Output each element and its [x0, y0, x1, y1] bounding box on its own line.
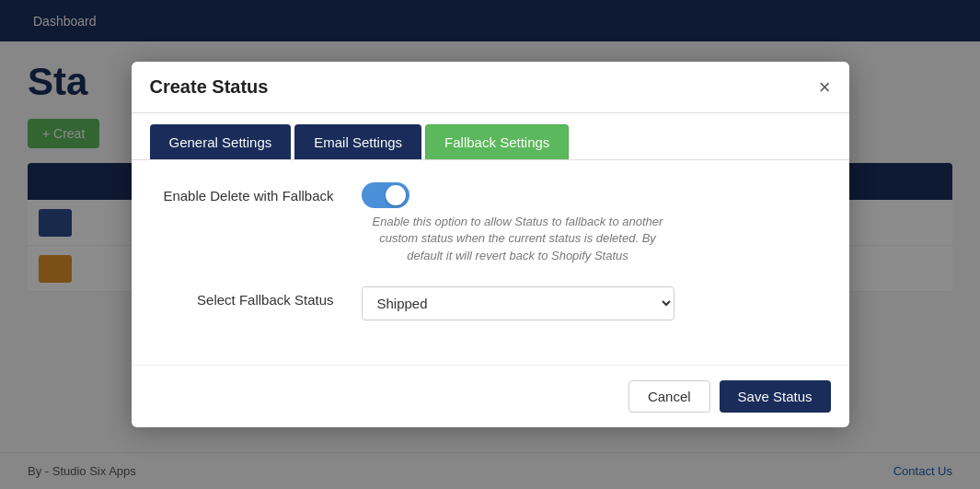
enable-delete-control: Enable this option to allow Status to fa…	[362, 182, 831, 264]
modal-tabs: General Settings Email Settings Fallback…	[132, 113, 849, 160]
tab-general-settings[interactable]: General Settings	[150, 124, 292, 159]
modal-close-button[interactable]: ×	[819, 77, 831, 98]
enable-delete-toggle[interactable]	[362, 182, 409, 208]
save-status-button[interactable]: Save Status	[720, 380, 831, 413]
toggle-slider	[362, 182, 409, 208]
modal-body: Enable Delete with Fallback Enable this …	[132, 160, 849, 365]
enable-delete-hint: Enable this option to allow Status to fa…	[362, 214, 674, 264]
fallback-status-select[interactable]: Shipped Processing Pending Delivered	[362, 286, 674, 320]
modal-footer: Cancel Save Status	[132, 365, 849, 427]
modal-title: Create Status	[150, 76, 269, 98]
tab-email-settings[interactable]: Email Settings	[294, 124, 421, 159]
enable-delete-row: Enable Delete with Fallback Enable this …	[150, 182, 831, 264]
select-fallback-row: Select Fallback Status Shipped Processin…	[150, 286, 831, 320]
enable-delete-label: Enable Delete with Fallback	[150, 182, 334, 204]
modal-overlay: Create Status × General Settings Email S…	[0, 0, 980, 489]
cancel-button[interactable]: Cancel	[628, 380, 710, 413]
modal-header: Create Status ×	[132, 62, 849, 113]
select-fallback-control: Shipped Processing Pending Delivered	[362, 286, 831, 320]
toggle-wrapper	[362, 182, 409, 208]
tab-fallback-settings[interactable]: Fallback Settings	[425, 124, 569, 159]
create-status-modal: Create Status × General Settings Email S…	[132, 62, 849, 427]
select-fallback-label: Select Fallback Status	[150, 286, 334, 308]
